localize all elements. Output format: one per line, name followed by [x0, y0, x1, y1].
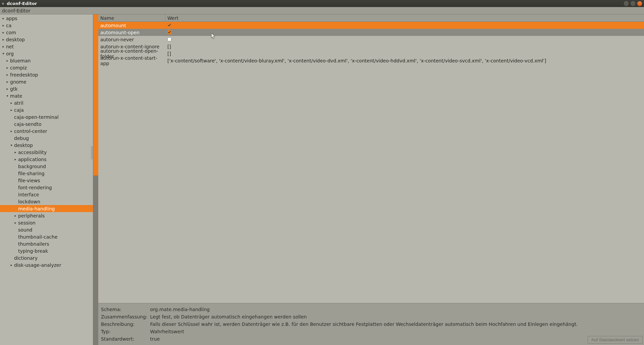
app-title: dconf-Editor [2, 8, 31, 13]
key-value[interactable]: [] [165, 44, 644, 49]
tree-item-thumbnail-cache[interactable]: thumbnail-cache [0, 233, 93, 240]
key-row-autorun-x-content-start-app[interactable]: autorun-x-content-start-app['x-content/s… [98, 57, 644, 64]
window-maximize-button[interactable] [631, 1, 635, 6]
window-minimize-button[interactable] [624, 1, 629, 6]
tree-item-sound[interactable]: sound [0, 226, 93, 233]
chevron-right-icon[interactable]: ▸ [1, 23, 5, 27]
chevron-down-icon[interactable]: ▾ [1, 52, 5, 55]
detail-value-default: true [150, 336, 580, 342]
key-value[interactable] [165, 23, 644, 28]
key-value-checkbox[interactable] [167, 37, 171, 41]
chevron-right-icon[interactable]: ▸ [1, 31, 5, 34]
key-row-automount[interactable]: automount [98, 22, 644, 29]
tree-item-caja-sendto[interactable]: caja-sendto [0, 120, 93, 128]
tree-item-label: applications [17, 157, 47, 162]
key-row-autorun-x-content-ignore[interactable]: autorun-x-content-ignore[] [98, 43, 644, 50]
tree-item-label: atril [13, 100, 23, 106]
column-header-name[interactable]: Name [98, 14, 165, 21]
tree-item-file-sharing[interactable]: file-sharing [0, 170, 93, 177]
chevron-right-icon[interactable]: ▸ [5, 73, 9, 77]
chevron-right-icon[interactable]: ▸ [9, 108, 13, 112]
detail-label-schema: Schema: [101, 306, 150, 313]
tree-item-desktop[interactable]: ▸desktop [0, 36, 93, 43]
chevron-down-icon[interactable]: ▾ [5, 94, 9, 98]
tree-item-thumbnailers[interactable]: thumbnailers [0, 240, 93, 247]
tree-item-typing-break[interactable]: typing-break [0, 247, 93, 254]
tree-item-applications[interactable]: ▸applications [0, 156, 93, 163]
chevron-right-icon[interactable]: ▸ [13, 221, 17, 225]
tree-item-lockdown[interactable]: lockdown [0, 198, 93, 205]
main-content: ▸apps▸ca▸com▸desktop▸net▾org▸blueman▸com… [0, 14, 644, 345]
chevron-right-icon[interactable]: ▸ [13, 214, 17, 217]
key-value[interactable] [165, 37, 644, 42]
key-value[interactable]: ['x-content/software', 'x-content/video-… [165, 58, 644, 63]
tree-scrollbar[interactable] [93, 14, 98, 345]
tree-item-gnome[interactable]: ▸gnome [0, 78, 93, 85]
key-row-automount-open[interactable]: automount-open [98, 29, 644, 36]
chevron-right-icon[interactable]: ▸ [9, 101, 13, 105]
tree-item-mate[interactable]: ▾mate [0, 92, 93, 99]
schema-tree[interactable]: ▸apps▸ca▸com▸desktop▸net▾org▸blueman▸com… [0, 14, 93, 345]
chevron-right-icon[interactable]: ▸ [13, 150, 17, 154]
window-close-button[interactable] [637, 1, 642, 6]
tree-item-media-handling[interactable]: media-handling [0, 205, 93, 212]
key-name: autorun-never [98, 37, 165, 42]
key-value[interactable] [165, 30, 644, 35]
tree-item-label: background [17, 164, 46, 169]
key-value-checkbox[interactable] [167, 23, 171, 27]
tree-item-net[interactable]: ▸net [0, 43, 93, 50]
tree-item-com[interactable]: ▸com [0, 29, 93, 36]
tree-item-label: gnome [9, 79, 26, 85]
tree-item-debug[interactable]: debug [0, 135, 93, 142]
tree-item-file-views[interactable]: file-views [0, 177, 93, 184]
tree-item-freedesktop[interactable]: ▸freedesktop [0, 71, 93, 78]
chevron-right-icon[interactable]: ▸ [13, 157, 17, 161]
tree-item-dictionary[interactable]: dictionary [0, 254, 93, 261]
detail-value-summary: Legt fest, ob Datenträger automatisch ei… [150, 313, 580, 320]
tree-item-desktop[interactable]: ▾desktop [0, 142, 93, 149]
tree-item-label: net [5, 44, 14, 49]
column-header-value[interactable]: Wert [165, 14, 644, 21]
tree-item-atril[interactable]: ▸atril [0, 99, 93, 106]
tree-item-caja-open-terminal[interactable]: caja-open-terminal [0, 113, 93, 120]
tree-item-label: desktop [13, 143, 33, 148]
pane-resize-handle[interactable] [91, 147, 93, 159]
tree-item-label: com [5, 30, 16, 35]
tree-item-peripherals[interactable]: ▸peripherals [0, 212, 93, 219]
chevron-right-icon[interactable]: ▸ [5, 66, 9, 69]
chevron-right-icon[interactable]: ▸ [5, 87, 9, 91]
tree-item-control-center[interactable]: ▸control-center [0, 128, 93, 135]
key-row-autorun-never[interactable]: autorun-never [98, 36, 644, 43]
tree-item-org[interactable]: ▾org [0, 50, 93, 57]
key-value[interactable]: [] [165, 51, 644, 56]
tree-item-label: accessibility [17, 150, 47, 155]
tree-item-apps[interactable]: ▸apps [0, 15, 93, 22]
tree-item-session[interactable]: ▸session [0, 219, 93, 226]
chevron-down-icon[interactable]: ▾ [9, 143, 13, 147]
chevron-right-icon[interactable]: ▸ [9, 263, 13, 267]
tree-item-caja[interactable]: ▸caja [0, 106, 93, 113]
chevron-right-icon[interactable]: ▸ [1, 38, 5, 41]
chevron-right-icon[interactable]: ▸ [1, 16, 5, 20]
tree-item-accessibility[interactable]: ▸accessibility [0, 149, 93, 156]
tree-item-gtk[interactable]: ▸gtk [0, 85, 93, 92]
key-details-panel: Schema: org.mate.media-handling Zusammen… [98, 303, 644, 345]
chevron-right-icon[interactable]: ▸ [5, 59, 9, 62]
key-list[interactable]: Name Wert automountautomount-openautorun… [98, 14, 644, 303]
tree-item-label: org [5, 51, 14, 56]
detail-value-schema: org.mate.media-handling [150, 306, 580, 313]
tree-item-background[interactable]: background [0, 163, 93, 170]
reset-to-default-button[interactable]: Auf Standardwert setzen [588, 336, 643, 344]
tree-item-disk-usage-analyzer[interactable]: ▸disk-usage-analyzer [0, 261, 93, 268]
chevron-right-icon[interactable]: ▸ [5, 80, 9, 84]
key-value-checkbox[interactable] [167, 30, 171, 34]
tree-item-ca[interactable]: ▸ca [0, 22, 93, 29]
tree-item-compiz[interactable]: ▸compiz [0, 64, 93, 71]
chevron-right-icon[interactable]: ▸ [9, 129, 13, 133]
key-row-autorun-x-content-open-folder[interactable]: autorun-x-content-open-folder[] [98, 50, 644, 57]
key-list-header[interactable]: Name Wert [98, 14, 644, 22]
tree-item-font-rendering[interactable]: font-rendering [0, 184, 93, 191]
tree-item-interface[interactable]: interface [0, 191, 93, 198]
chevron-right-icon[interactable]: ▸ [1, 45, 5, 48]
tree-item-blueman[interactable]: ▸blueman [0, 57, 93, 64]
